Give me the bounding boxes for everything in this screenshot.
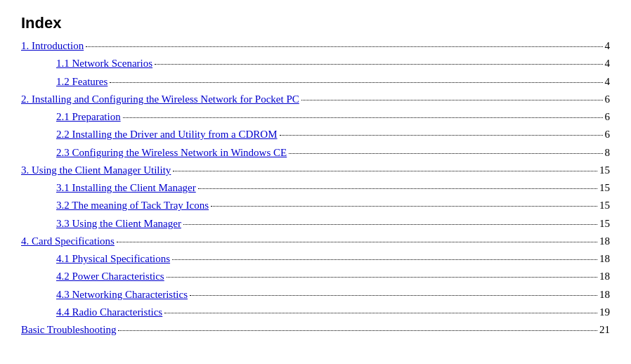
- toc-link-features[interactable]: 1.2 Features: [56, 74, 108, 90]
- toc-entry-troubleshooting: Basic Troubleshooting21: [21, 322, 610, 338]
- toc-page-using-client: 15: [599, 216, 610, 232]
- toc-container: 1. Introduction41.1 Network Scenarios41.…: [21, 38, 610, 338]
- toc-page-power: 18: [599, 268, 610, 285]
- toc-link-client-manager[interactable]: 3. Using the Client Manager Utility: [21, 162, 171, 178]
- page-title: Index: [21, 14, 610, 32]
- toc-entry-using-client: 3.3 Using the Client Manager15: [21, 216, 610, 232]
- toc-page-radio: 19: [599, 304, 610, 320]
- toc-link-tack-tray[interactable]: 3.2 The meaning of Tack Tray Icons: [56, 197, 209, 214]
- toc-entry-preparation: 2.1 Preparation6: [21, 109, 610, 125]
- toc-entry-networking: 4.3 Networking Characteristics18: [21, 287, 610, 303]
- toc-page-troubleshooting: 21: [599, 322, 610, 338]
- toc-entry-client-manager: 3. Using the Client Manager Utility15: [21, 162, 610, 178]
- toc-page-features: 4: [605, 74, 611, 90]
- toc-dots-features: [110, 82, 602, 83]
- toc-dots-troubleshooting: [118, 330, 597, 331]
- toc-link-network-scenarios[interactable]: 1.1 Network Scenarios: [56, 56, 152, 72]
- toc-link-using-client[interactable]: 3.3 Using the Client Manager: [56, 216, 181, 232]
- toc-dots-networking: [190, 295, 597, 296]
- toc-link-installing-client[interactable]: 3.1 Installing the Client Manager: [56, 180, 196, 196]
- toc-link-configuring[interactable]: 2.3 Configuring the Wireless Network in …: [56, 145, 287, 161]
- toc-dots-using-client: [183, 224, 597, 225]
- toc-page-client-manager: 15: [599, 162, 610, 178]
- toc-page-preparation: 6: [605, 109, 611, 125]
- toc-entry-installing-client: 3.1 Installing the Client Manager15: [21, 180, 610, 196]
- toc-dots-radio: [164, 313, 597, 313]
- toc-link-preparation[interactable]: 2.1 Preparation: [56, 109, 121, 125]
- toc-page-card-specs: 18: [599, 233, 610, 249]
- toc-entry-network-scenarios: 1.1 Network Scenarios4: [21, 56, 610, 72]
- toc-dots-tack-tray: [211, 206, 597, 207]
- toc-dots-installing-client: [198, 188, 597, 189]
- toc-link-networking[interactable]: 4.3 Networking Characteristics: [56, 287, 188, 303]
- toc-entry-installing: 2. Installing and Configuring the Wirele…: [21, 91, 610, 108]
- toc-entry-intro: 1. Introduction4: [21, 38, 610, 54]
- toc-link-power[interactable]: 4.2 Power Characteristics: [56, 268, 164, 285]
- toc-entry-driver: 2.2 Installing the Driver and Utility fr…: [21, 126, 610, 143]
- toc-dots-power: [167, 277, 597, 278]
- toc-dots-installing: [301, 100, 603, 100]
- toc-page-configuring: 8: [605, 145, 611, 161]
- toc-page-installing: 6: [605, 91, 611, 108]
- toc-entry-configuring: 2.3 Configuring the Wireless Network in …: [21, 145, 610, 161]
- toc-page-driver: 6: [605, 126, 611, 143]
- toc-entry-card-specs: 4. Card Specifications18: [21, 233, 610, 249]
- toc-dots-configuring: [289, 153, 602, 154]
- toc-dots-physical: [172, 259, 597, 260]
- toc-dots-client-manager: [173, 171, 597, 171]
- toc-dots-card-specs: [117, 242, 597, 242]
- toc-page-intro: 4: [605, 38, 611, 54]
- toc-page-networking: 18: [599, 287, 610, 303]
- toc-entry-radio: 4.4 Radio Characteristics19: [21, 304, 610, 320]
- toc-page-network-scenarios: 4: [605, 56, 611, 72]
- toc-entry-features: 1.2 Features4: [21, 74, 610, 90]
- toc-entry-tack-tray: 3.2 The meaning of Tack Tray Icons15: [21, 197, 610, 214]
- toc-page-tack-tray: 15: [599, 197, 610, 214]
- toc-link-driver[interactable]: 2.2 Installing the Driver and Utility fr…: [56, 126, 278, 143]
- toc-entry-power: 4.2 Power Characteristics18: [21, 268, 610, 285]
- toc-dots-network-scenarios: [155, 64, 602, 65]
- toc-entry-physical: 4.1 Physical Specifications18: [21, 251, 610, 267]
- toc-link-card-specs[interactable]: 4. Card Specifications: [21, 233, 115, 249]
- toc-page-physical: 18: [599, 251, 610, 267]
- toc-link-installing[interactable]: 2. Installing and Configuring the Wirele…: [21, 91, 299, 108]
- toc-page-installing-client: 15: [599, 180, 610, 196]
- toc-link-radio[interactable]: 4.4 Radio Characteristics: [56, 304, 162, 320]
- toc-link-troubleshooting[interactable]: Basic Troubleshooting: [21, 322, 116, 338]
- toc-link-intro[interactable]: 1. Introduction: [21, 38, 84, 54]
- toc-dots-driver: [280, 135, 603, 136]
- toc-link-physical[interactable]: 4.1 Physical Specifications: [56, 251, 170, 267]
- toc-dots-preparation: [123, 117, 603, 118]
- toc-dots-intro: [86, 46, 602, 47]
